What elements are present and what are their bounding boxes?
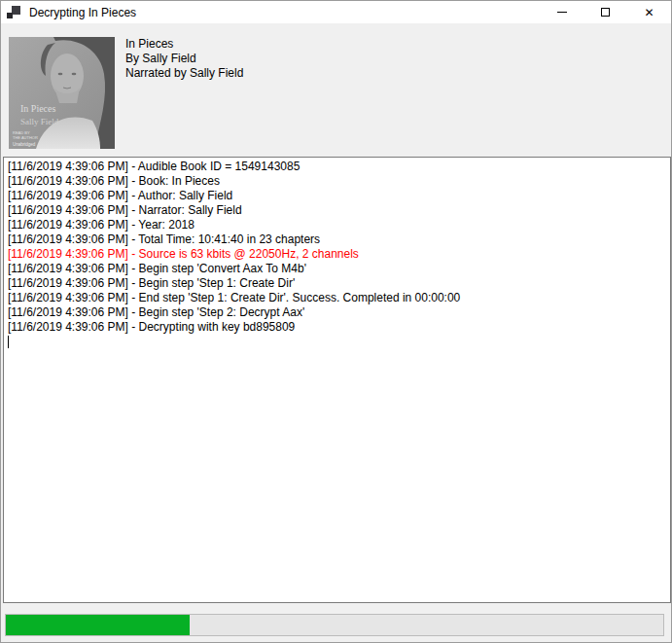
app-icon: [7, 5, 21, 19]
log-line: [11/6/2019 4:39:06 PM] - Year: 2018: [8, 218, 668, 232]
log-caret-line: [8, 335, 668, 349]
close-icon: ✕: [644, 7, 654, 18]
app-window: Decrypting In Pieces ✕: [0, 0, 672, 643]
book-author: By Sally Field: [125, 52, 243, 66]
book-info: In Pieces By Sally Field Narrated by Sal…: [125, 37, 243, 81]
log-line: [11/6/2019 4:39:06 PM] - Author: Sally F…: [8, 189, 668, 203]
log-line: [11/6/2019 4:39:06 PM] - End step 'Step …: [8, 291, 668, 305]
maximize-icon: [601, 8, 610, 17]
window-title: Decrypting In Pieces: [29, 6, 136, 19]
minimize-icon: [557, 12, 567, 13]
cover-readby-line2: THE AUTHOR: [13, 135, 38, 140]
log-line: [11/6/2019 4:39:06 PM] - Begin step 'Ste…: [8, 276, 668, 291]
close-button[interactable]: ✕: [627, 1, 671, 23]
book-cover-art: In Pieces Sally Field READ BY THE AUTHOR…: [9, 37, 115, 149]
progress-fill: [6, 615, 190, 635]
app-icon-square-large: [12, 6, 20, 15]
book-title: In Pieces: [125, 37, 243, 52]
log-line: [11/6/2019 4:39:06 PM] - Begin step 'Ste…: [8, 305, 668, 320]
cover-title-text: In Pieces: [20, 103, 55, 114]
text-caret: [8, 336, 9, 348]
minimize-button[interactable]: [540, 1, 584, 23]
log-line: [11/6/2019 4:39:06 PM] - Source is 63 kb…: [8, 247, 668, 262]
progress-bar: [5, 614, 664, 636]
log-line: [11/6/2019 4:39:06 PM] - Begin step 'Con…: [8, 262, 668, 276]
log-lines: [11/6/2019 4:39:06 PM] - Audible Book ID…: [8, 160, 668, 335]
maximize-button[interactable]: [584, 1, 627, 23]
window-controls: ✕: [540, 1, 671, 23]
book-narrator: Narrated by Sally Field: [125, 66, 243, 81]
cover-edition-label: Unabridged: [13, 142, 36, 147]
log-line: [11/6/2019 4:39:06 PM] - Total Time: 10:…: [8, 232, 668, 247]
log-line: [11/6/2019 4:39:06 PM] - Narrator: Sally…: [8, 203, 668, 218]
cover-author-text: Sally Field: [20, 117, 59, 126]
log-line: [11/6/2019 4:39:06 PM] - Book: In Pieces: [8, 174, 668, 189]
book-cover: In Pieces Sally Field READ BY THE AUTHOR…: [9, 37, 115, 149]
app-icon-square-small: [7, 13, 13, 18]
log-textbox[interactable]: [11/6/2019 4:39:06 PM] - Audible Book ID…: [3, 157, 671, 603]
log-line: [11/6/2019 4:39:06 PM] - Decrypting with…: [8, 320, 668, 335]
log-line: [11/6/2019 4:39:06 PM] - Audible Book ID…: [8, 160, 668, 174]
titlebar[interactable]: Decrypting In Pieces ✕: [1, 1, 671, 23]
